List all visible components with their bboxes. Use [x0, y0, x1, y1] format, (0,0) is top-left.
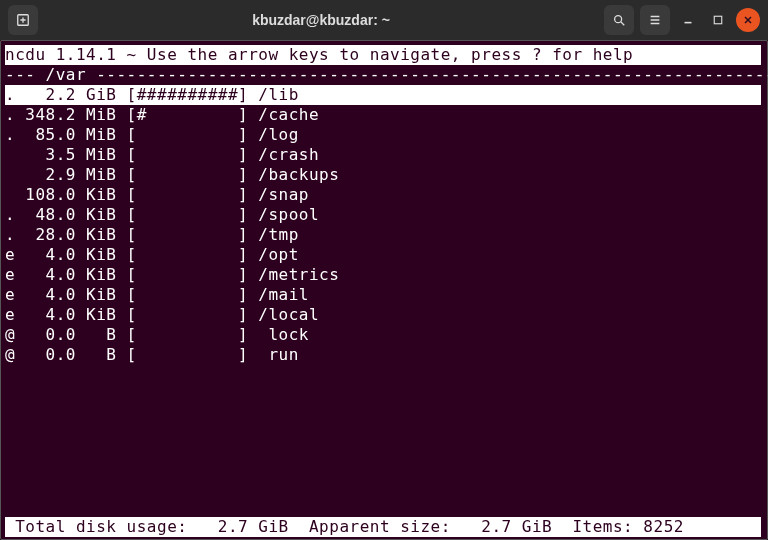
ncdu-row[interactable]: @ 0.0 B [ ] lock — [5, 325, 761, 345]
ncdu-row[interactable]: . 28.0 KiB [ ] /tmp — [5, 225, 761, 245]
search-button[interactable] — [604, 5, 634, 35]
svg-point-1 — [615, 16, 622, 23]
menu-button[interactable] — [640, 5, 670, 35]
ncdu-row[interactable]: . 48.0 KiB [ ] /spool — [5, 205, 761, 225]
ncdu-row[interactable]: . 2.2 GiB [##########] /lib — [5, 85, 761, 105]
ncdu-row[interactable]: 3.5 MiB [ ] /crash — [5, 145, 761, 165]
ncdu-row[interactable]: 108.0 KiB [ ] /snap — [5, 185, 761, 205]
terminal-viewport[interactable]: ncdu 1.14.1 ~ Use the arrow keys to navi… — [0, 40, 768, 540]
minimize-button[interactable] — [676, 8, 700, 32]
ncdu-listing: . 2.2 GiB [##########] /lib. 348.2 MiB [… — [5, 85, 761, 517]
ncdu-row[interactable]: . 85.0 MiB [ ] /log — [5, 125, 761, 145]
close-button[interactable] — [736, 8, 760, 32]
ncdu-row[interactable]: e 4.0 KiB [ ] /opt — [5, 245, 761, 265]
ncdu-header: ncdu 1.14.1 ~ Use the arrow keys to navi… — [5, 45, 761, 65]
ncdu-row[interactable]: e 4.0 KiB [ ] /metrics — [5, 265, 761, 285]
ncdu-footer: Total disk usage: 2.7 GiB Apparent size:… — [5, 517, 761, 537]
new-tab-button[interactable] — [8, 5, 38, 35]
ncdu-row[interactable]: e 4.0 KiB [ ] /mail — [5, 285, 761, 305]
ncdu-row[interactable]: @ 0.0 B [ ] run — [5, 345, 761, 365]
svg-rect-2 — [714, 16, 722, 24]
terminal-window: kbuzdar@kbuzdar: ~ ncdu — [0, 0, 768, 540]
maximize-button[interactable] — [706, 8, 730, 32]
ncdu-path-line: --- /var -------------------------------… — [5, 65, 761, 85]
titlebar: kbuzdar@kbuzdar: ~ — [0, 0, 768, 40]
ncdu-row[interactable]: . 348.2 MiB [# ] /cache — [5, 105, 761, 125]
ncdu-row[interactable]: 2.9 MiB [ ] /backups — [5, 165, 761, 185]
ncdu-row[interactable]: e 4.0 KiB [ ] /local — [5, 305, 761, 325]
window-title: kbuzdar@kbuzdar: ~ — [38, 12, 604, 28]
